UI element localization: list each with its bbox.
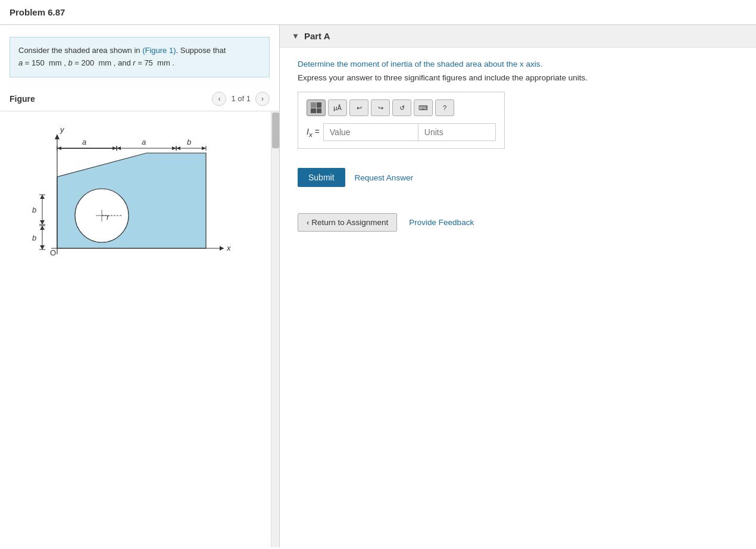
provide-feedback-link[interactable]: Provide Feedback <box>409 218 474 227</box>
prev-figure-button[interactable]: ‹ <box>212 92 226 106</box>
input-label: Ix = <box>307 127 320 138</box>
arr-right2 <box>172 146 176 150</box>
figure-diagram: x y O <box>10 117 260 266</box>
arr-b-down <box>40 220 45 224</box>
answer-box: μÅ ↩ ↪ ↺ ⌨ ? Ix = <box>298 92 505 149</box>
arr-left2 <box>117 146 121 150</box>
problem-title: Problem 6.87 <box>0 0 756 25</box>
arr-b-down2 <box>40 245 45 249</box>
problem-values: a = 150 mm , b = 200 mm , and r = 75 mm … <box>18 58 174 67</box>
dim-b-v-text2: b <box>32 233 36 242</box>
grid-mode-button[interactable] <box>307 99 326 116</box>
arr-b-up2 <box>40 226 45 230</box>
units-input[interactable] <box>418 123 496 141</box>
return-to-assignment-button[interactable]: ‹ Return to Assignment <box>298 213 397 232</box>
grid-icon <box>311 102 321 113</box>
part-title: Part A <box>304 31 330 41</box>
mu-button[interactable]: μÅ <box>328 99 347 116</box>
problem-text-prefix: Consider the shaded area shown in <box>18 46 142 55</box>
dim-a2-text: a <box>142 138 146 146</box>
next-figure-button[interactable]: › <box>255 92 270 106</box>
y-label: y <box>60 125 65 134</box>
keyboard-button[interactable]: ⌨ <box>414 99 433 116</box>
problem-text-suffix: . Suppose that <box>176 46 226 55</box>
scrollbar[interactable] <box>271 111 279 547</box>
figure-canvas: x y O <box>0 111 279 547</box>
dim-b-v-text1: b <box>32 205 36 214</box>
dim-a1-text: a <box>82 138 86 146</box>
toolbar: μÅ ↩ ↪ ↺ ⌨ ? <box>307 99 496 116</box>
input-row: Ix = <box>307 123 496 141</box>
part-description: Determine the moment of inertia of the s… <box>298 60 738 68</box>
x-label: x <box>226 244 231 252</box>
part-content: Determine the moment of inertia of the s… <box>280 48 756 199</box>
arr-b-up <box>40 195 45 199</box>
refresh-button[interactable]: ↺ <box>392 99 411 116</box>
help-button[interactable]: ? <box>435 99 454 116</box>
origin-label: O <box>50 248 56 257</box>
scrollbar-thumb <box>272 113 279 148</box>
undo-button[interactable]: ↩ <box>349 99 368 116</box>
figure-header: Figure ‹ 1 of 1 › <box>0 87 279 111</box>
action-row: Submit Request Answer <box>298 168 738 187</box>
figure-page: 1 of 1 <box>231 94 251 103</box>
submit-button[interactable]: Submit <box>298 168 345 187</box>
figure-title: Figure <box>10 94 35 104</box>
part-instruction: Express your answer to three significant… <box>298 73 738 82</box>
part-header: ▼ Part A <box>280 25 756 48</box>
arr-right3 <box>202 146 206 150</box>
arr-left1 <box>57 146 61 150</box>
arr-right1 <box>113 146 117 150</box>
bottom-actions: ‹ Return to Assignment Provide Feedback <box>280 204 756 241</box>
value-input[interactable] <box>323 123 418 141</box>
left-panel: Consider the shaded area shown in (Figur… <box>0 25 280 547</box>
request-answer-link[interactable]: Request Answer <box>355 173 413 182</box>
part-collapse-arrow[interactable]: ▼ <box>292 32 299 40</box>
r-label: r <box>107 213 110 222</box>
y-axis-arrow <box>55 134 60 139</box>
redo-button[interactable]: ↪ <box>371 99 390 116</box>
figure-link[interactable]: (Figure 1) <box>142 46 176 55</box>
figure-section: Figure ‹ 1 of 1 › <box>0 87 279 547</box>
right-panel: ▼ Part A Determine the moment of inertia… <box>280 25 756 547</box>
figure-nav: ‹ 1 of 1 › <box>212 92 270 106</box>
arr-left3 <box>176 146 180 150</box>
dim-b-text: b <box>187 138 191 146</box>
x-axis-arrow <box>220 246 224 251</box>
problem-statement: Consider the shaded area shown in (Figur… <box>10 37 270 77</box>
